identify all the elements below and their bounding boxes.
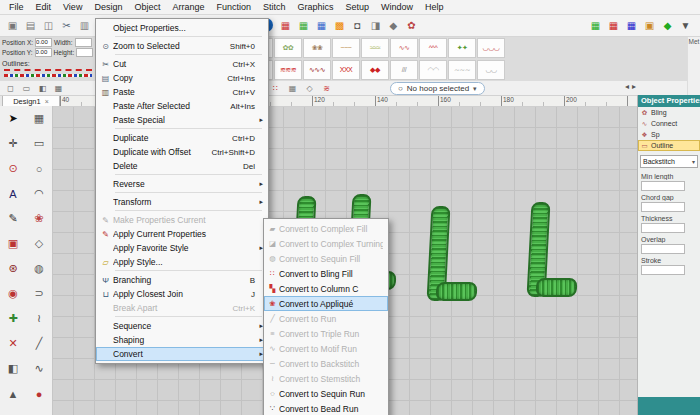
- document-tab-design1[interactable]: Design1 ×: [2, 95, 60, 106]
- hoop-toolbar-icon[interactable]: ◇: [302, 82, 317, 94]
- menu-item[interactable]: Duplicate with Offset Ctrl+Shift+D: [96, 145, 268, 159]
- toolbar-button-icon[interactable]: ▦: [295, 17, 312, 33]
- menu-item[interactable]: Paste Special ▸: [96, 113, 268, 127]
- chevron-down-icon[interactable]: ▾: [473, 85, 477, 93]
- toolbar-button-icon[interactable]: ▦: [277, 17, 294, 33]
- menu-item[interactable]: Paste After Selected Alt+Ins: [96, 99, 268, 113]
- tool-button-icon[interactable]: ⊃: [26, 281, 52, 306]
- submenu-item[interactable]: ∼ Convert to Backstitch: [264, 356, 388, 371]
- toolbar-button-icon[interactable]: ◨: [367, 17, 384, 33]
- tool-button-icon[interactable]: ✛: [0, 131, 26, 156]
- toolbar-button-icon[interactable]: ◆: [385, 17, 402, 33]
- stitch-pattern-swatch[interactable]: ~~~: [332, 38, 360, 58]
- tool-button-icon[interactable]: ▭: [26, 131, 52, 156]
- menu-item[interactable]: Ψ Branching B: [96, 273, 268, 287]
- menu-item[interactable]: Duplicate Ctrl+D: [96, 131, 268, 145]
- panel-tab[interactable]: ✿ Bling: [638, 107, 700, 118]
- toolbar-button-icon[interactable]: ▩: [331, 17, 348, 33]
- height-input[interactable]: [76, 48, 93, 57]
- toolbar-button-icon[interactable]: ◆: [659, 17, 676, 33]
- outline-color-sample[interactable]: [4, 74, 92, 77]
- submenu-item[interactable]: ∿ Convert to Motif Run: [264, 341, 388, 356]
- menu-item[interactable]: Shaping ▸: [96, 333, 268, 347]
- menu-item[interactable]: ✎ Apply Current Properties: [96, 227, 268, 241]
- tool-button-icon[interactable]: A: [0, 181, 26, 206]
- panel-tab[interactable]: ∿ Connect: [638, 118, 700, 129]
- stitch-pattern-swatch[interactable]: ❀❀: [303, 38, 331, 58]
- toolbar-button-icon[interactable]: ▣: [641, 17, 658, 33]
- tool-button-icon[interactable]: ▣: [0, 231, 26, 256]
- submenu-item[interactable]: ≀ Convert to Stemstitch: [264, 371, 388, 386]
- toolbar-button-icon[interactable]: ▣: [4, 17, 21, 33]
- menubar-item[interactable]: Edit: [30, 2, 58, 12]
- stitch-pattern-swatch[interactable]: ^^^: [419, 38, 447, 58]
- tool-button-icon[interactable]: ∿: [26, 356, 52, 381]
- embroidery-letter-L[interactable]: [427, 206, 482, 301]
- tool-button-icon[interactable]: ▦: [26, 106, 52, 131]
- prev-arrow-icon[interactable]: ◂: [625, 82, 629, 91]
- menu-item[interactable]: Sequence ▸: [96, 319, 268, 333]
- stitch-pattern-swatch[interactable]: ∼∼∼: [448, 60, 476, 80]
- menu-item[interactable]: ▤ Copy Ctrl+Ins: [96, 71, 268, 85]
- toolbar-button-icon[interactable]: ◫: [40, 17, 57, 33]
- outline-dash-sample[interactable]: [4, 69, 92, 71]
- hoop-toolbar-icon[interactable]: ◧: [35, 82, 50, 94]
- menu-item[interactable]: Convert ▸: [96, 347, 268, 361]
- submenu-item[interactable]: ◌ Convert to Sequin Run: [264, 386, 388, 401]
- tool-button-icon[interactable]: ◧: [0, 356, 26, 381]
- tool-button-icon[interactable]: ◉: [0, 281, 26, 306]
- menu-item[interactable]: Transform ▸: [96, 195, 268, 209]
- submenu-item[interactable]: ◍ Convert to Sequin Fill: [264, 251, 388, 266]
- tool-button-icon[interactable]: ➤: [0, 106, 26, 131]
- toolbar-button-icon[interactable]: ◘: [349, 17, 366, 33]
- stitch-pattern-swatch[interactable]: ///: [390, 60, 418, 80]
- stitch-pattern-swatch[interactable]: ∿∿∿: [303, 60, 331, 80]
- panel-title[interactable]: Object Properties: [638, 95, 700, 107]
- submenu-item[interactable]: ▰ Convert to Complex Fill: [264, 221, 388, 236]
- submenu-item[interactable]: ▚ Convert to Column C: [264, 281, 388, 296]
- toolbar-button-icon[interactable]: ▼: [677, 17, 694, 33]
- menu-item[interactable]: Reverse ▸: [96, 177, 268, 191]
- tool-button-icon[interactable]: ✕: [0, 331, 26, 356]
- tool-button-icon[interactable]: ⊛: [0, 256, 26, 281]
- menubar-item[interactable]: View: [57, 2, 88, 12]
- stitch-pattern-swatch[interactable]: ≈≈≈: [361, 38, 389, 58]
- hoop-selector-combo[interactable]: ○ No hoop selected ▾: [390, 82, 485, 95]
- stitch-pattern-swatch[interactable]: ∿∿: [390, 38, 418, 58]
- embroidery-letter-L[interactable]: [527, 202, 582, 297]
- stitch-pattern-swatch[interactable]: ◡◡◡: [477, 38, 505, 58]
- menubar-item[interactable]: Object: [128, 2, 166, 12]
- submenu-item[interactable]: ∵ Convert to Bead Run: [264, 401, 388, 415]
- close-icon[interactable]: ×: [45, 98, 49, 105]
- hoop-toolbar-icon[interactable]: ≋: [319, 82, 334, 94]
- toolbar-button-icon[interactable]: ▥: [76, 17, 93, 33]
- menubar-item[interactable]: Help: [419, 2, 450, 12]
- submenu-item[interactable]: ≡ Convert to Triple Run: [264, 326, 388, 341]
- position-x-input[interactable]: 0.00: [35, 38, 52, 47]
- tool-button-icon[interactable]: ◍: [26, 256, 52, 281]
- tool-button-icon[interactable]: ◠: [26, 181, 52, 206]
- menu-item[interactable]: Apply Favorite Style ▸: [96, 241, 268, 255]
- param-input[interactable]: [641, 223, 685, 233]
- menu-item[interactable]: ⊙ Zoom to Selected Shift+0: [96, 39, 268, 53]
- menubar-item[interactable]: File: [3, 2, 30, 12]
- menubar-item[interactable]: Stitch: [257, 2, 292, 12]
- menubar-item[interactable]: Setup: [340, 2, 376, 12]
- menu-item[interactable]: Break Apart Ctrl+K: [96, 301, 268, 315]
- tool-button-icon[interactable]: ○: [26, 156, 52, 181]
- tool-button-icon[interactable]: ❀: [26, 206, 52, 231]
- menu-item[interactable]: ✎ Make Properties Current: [96, 213, 268, 227]
- menubar-item[interactable]: Graphics: [292, 2, 340, 12]
- menu-item[interactable]: Object Properties...: [96, 21, 268, 35]
- panel-tab[interactable]: ❖ Sp: [638, 129, 700, 140]
- menubar-item[interactable]: Design: [88, 2, 128, 12]
- width-input[interactable]: [75, 38, 92, 47]
- tool-button-icon[interactable]: ●: [26, 381, 52, 406]
- hoop-toolbar-icon[interactable]: ▦: [51, 82, 66, 94]
- toolbar-button-icon[interactable]: ▦: [587, 17, 604, 33]
- stitch-pattern-swatch[interactable]: ✦✦: [448, 38, 476, 58]
- menu-item[interactable]: Delete Del: [96, 159, 268, 173]
- param-input[interactable]: [641, 181, 685, 191]
- tool-button-icon[interactable]: ≀: [26, 306, 52, 331]
- toolbar-button-icon[interactable]: ▤: [22, 17, 39, 33]
